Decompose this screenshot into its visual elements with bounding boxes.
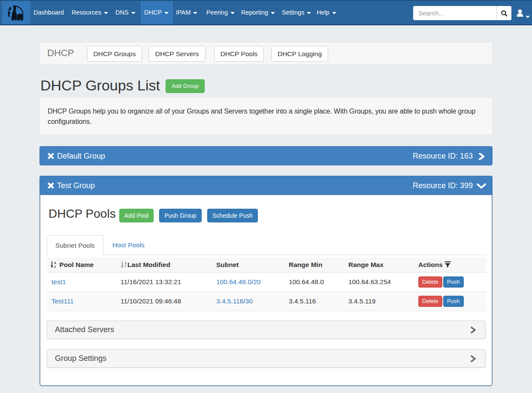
svg-text:A: A	[54, 261, 56, 264]
svg-text:2: 2	[54, 265, 56, 268]
